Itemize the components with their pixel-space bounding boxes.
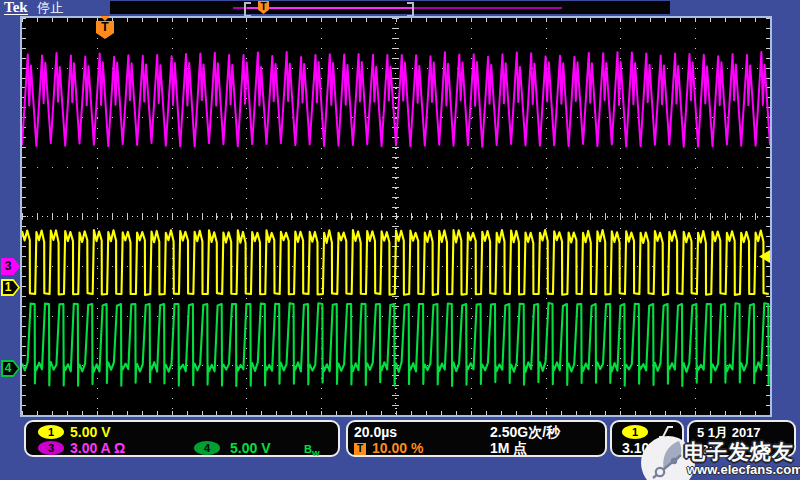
graticule: T bbox=[20, 16, 772, 417]
waveform-ch3 bbox=[22, 52, 770, 147]
tek-logo: Tek bbox=[4, 0, 28, 15]
waveform-canvas bbox=[22, 18, 770, 415]
ch4-position-marker[interactable]: 4 bbox=[1, 360, 20, 377]
trigger-position-mini-icon: T bbox=[258, 1, 269, 14]
timebase-readout: 20.0µs bbox=[354, 425, 397, 440]
top-status-bar: Tek 停止 T bbox=[0, 0, 800, 16]
trigger-position-icon: T bbox=[354, 443, 366, 455]
ch1-scale-readout: 5.00 V bbox=[70, 425, 110, 440]
ch1-position-marker[interactable]: 1 bbox=[1, 279, 20, 296]
run-state-label: 停止 bbox=[37, 0, 63, 15]
ch3-scale-readout: 3.00 A Ω bbox=[70, 441, 125, 456]
ch4-badge: 4 bbox=[194, 441, 220, 455]
bandwidth-limit-indicator: BW bbox=[304, 442, 320, 461]
acquisition-preview-bar: T bbox=[110, 1, 670, 14]
window-end-bracket-icon bbox=[407, 2, 414, 17]
ch4-scale-readout: 5.00 V bbox=[230, 441, 270, 456]
trigger-position-readout: 10.00 % bbox=[372, 441, 423, 456]
ch3-position-marker[interactable]: 3 bbox=[1, 258, 20, 275]
record-length-readout: 1M 点 bbox=[490, 441, 527, 456]
channel-readout-box: 1 5.00 V 3 3.00 A Ω 4 5.00 V BW bbox=[24, 420, 340, 457]
display-window-line bbox=[247, 7, 412, 9]
ch3-badge: 3 bbox=[38, 441, 64, 455]
oscilloscope-screen: Tek 停止 T T 3 1 4 1 bbox=[0, 0, 800, 480]
waveform-ch1 bbox=[22, 230, 769, 295]
window-start-bracket-icon bbox=[244, 2, 251, 17]
ch1-badge: 1 bbox=[38, 425, 64, 439]
horizontal-readout-box: 20.0µs 2.50G次/秒 T 10.00 % 1M 点 bbox=[346, 420, 607, 457]
sample-rate-readout: 2.50G次/秒 bbox=[490, 425, 560, 440]
waveform-ch4 bbox=[22, 303, 769, 386]
watermark-url: www.elecfans.com bbox=[687, 462, 800, 477]
